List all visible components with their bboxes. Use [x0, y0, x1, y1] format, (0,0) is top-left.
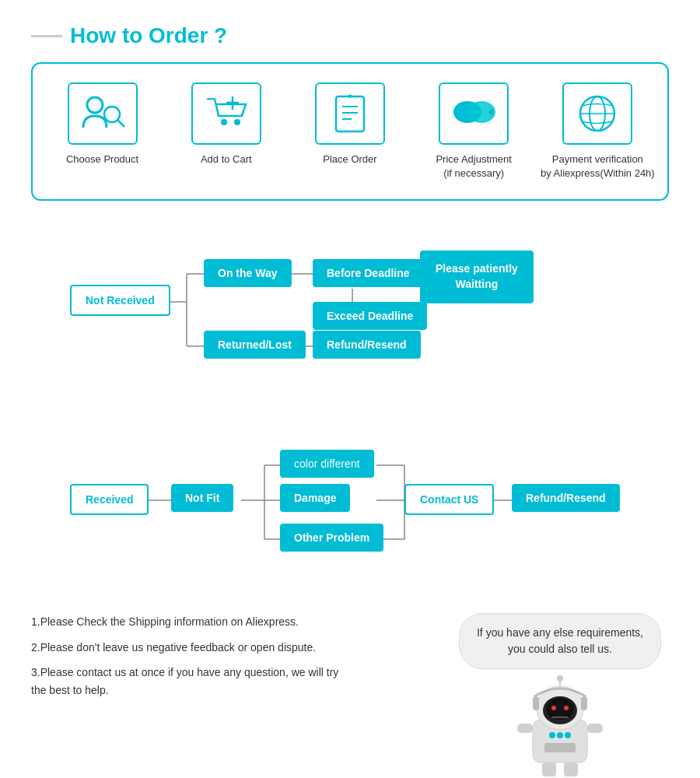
received-flow: Received Not Fit color different Damage …	[23, 419, 677, 582]
svg-rect-54	[587, 724, 603, 733]
svg-point-48	[551, 706, 556, 710]
step-cart-icon	[191, 82, 261, 145]
note-3: 3.Please contact us at once if you have …	[31, 664, 436, 699]
step-order-icon	[315, 82, 385, 145]
step-add-to-cart: Add to Cart	[168, 82, 285, 166]
on-the-way-box: On the Way	[204, 259, 292, 287]
svg-point-0	[87, 97, 103, 113]
returned-lost-box: Returned/Lost	[204, 331, 306, 359]
please-wait-box: Please patiently Waitting	[420, 251, 534, 303]
notes-text: 1.Please Check the Shipping information …	[31, 613, 451, 706]
step-payment-label: Payment verification by Aliexpress(Withi…	[541, 152, 655, 180]
svg-point-12	[348, 95, 352, 98]
step-cart-label: Add to Cart	[201, 152, 252, 166]
svg-point-57	[549, 732, 555, 738]
not-fit-box: Not Fit	[171, 484, 233, 512]
svg-point-5	[234, 119, 240, 125]
order-steps-box: Choose Product Add to Cart	[31, 62, 669, 201]
section-title: How to Order ?	[31, 23, 669, 48]
svg-point-59	[565, 732, 571, 738]
svg-point-45	[546, 698, 574, 720]
robot-area: If you have any else requirements, you c…	[451, 613, 669, 778]
notes-section: 1.Please Check the Shipping information …	[0, 605, 700, 778]
step-price-label: Price Adjustment (if necessary)	[436, 152, 512, 180]
note-1: 1.Please Check the Shipping information …	[31, 613, 436, 630]
how-to-order-section: How to Order ? Choose Product	[0, 0, 700, 216]
step-choose-product: Choose Product	[44, 82, 161, 166]
flowchart2-section: Received Not Fit color different Damage …	[0, 419, 700, 605]
step-payment-verification: Payment verification by Aliexpress(Withi…	[539, 82, 656, 180]
before-deadline-box: Before Deadline	[313, 259, 424, 287]
step-order-label: Place Order	[323, 152, 376, 166]
not-received-box: Not Received	[70, 285, 170, 316]
step-payment-icon	[562, 82, 632, 145]
step-price-icon	[439, 82, 509, 145]
flowchart1-section: Not Received On the Way Returned/Lost Be…	[0, 216, 700, 419]
damage-box: Damage	[280, 484, 350, 512]
svg-point-58	[557, 732, 563, 738]
svg-point-49	[564, 706, 569, 710]
svg-rect-55	[542, 762, 556, 776]
exceed-deadline-box: Exceed Deadline	[313, 302, 427, 330]
page-title: How to Order ?	[70, 23, 227, 48]
svg-rect-52	[581, 696, 587, 710]
received-box: Received	[70, 484, 149, 515]
svg-rect-60	[544, 743, 576, 752]
contact-us-box: Contact US	[404, 484, 494, 515]
note-2: 2.Please don't leave us negative feedbac…	[31, 639, 436, 656]
svg-line-2	[117, 120, 124, 127]
step-price-adjustment: Price Adjustment (if necessary)	[415, 82, 532, 180]
step-place-order: Place Order	[292, 82, 408, 166]
svg-rect-8	[336, 96, 364, 131]
not-received-flow: Not Received On the Way Returned/Lost Be…	[23, 224, 677, 403]
svg-point-4	[221, 119, 227, 125]
step-choose-icon	[68, 82, 138, 145]
robot-speech-bubble: If you have any else requirements, you c…	[459, 613, 661, 669]
robot-icon	[509, 673, 611, 778]
svg-rect-56	[564, 762, 578, 776]
title-line	[31, 35, 62, 37]
step-choose-label: Choose Product	[66, 152, 138, 166]
refund-resend2-box: Refund/Resend	[512, 484, 620, 512]
color-different-box: color different	[280, 450, 374, 478]
svg-rect-51	[533, 696, 539, 710]
refund-resend1-box: Refund/Resend	[313, 331, 421, 359]
other-problem-box: Other Problem	[280, 524, 383, 552]
svg-rect-53	[517, 724, 533, 733]
svg-point-47	[557, 675, 563, 682]
